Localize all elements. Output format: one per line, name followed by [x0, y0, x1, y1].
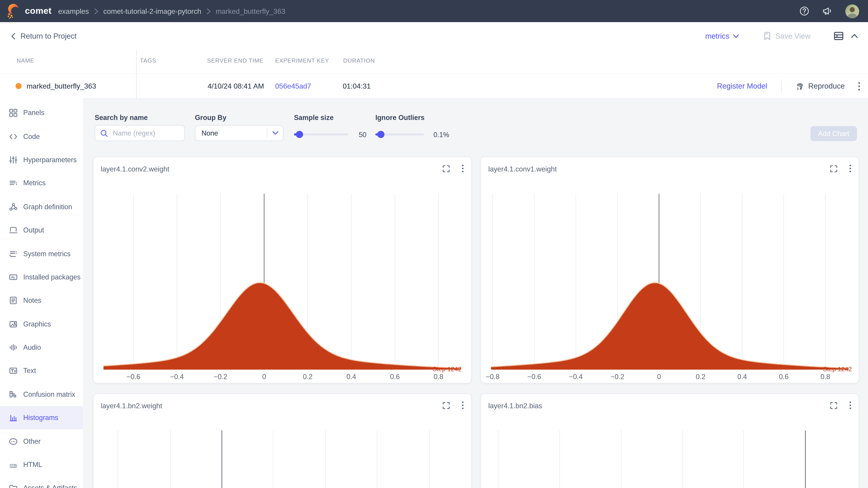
- sample-size-slider[interactable]: [294, 133, 348, 135]
- sidebar-item-label: Assets & Artifacts: [23, 484, 77, 488]
- reproduce-button[interactable]: Reproduce: [796, 82, 845, 90]
- hyperparameters-icon: [9, 156, 18, 164]
- column-header-server-end-time[interactable]: SERVER END TIME: [207, 57, 264, 64]
- collapse-table-icon[interactable]: [851, 34, 858, 38]
- sidebar-item-label: Notes: [23, 297, 41, 304]
- code-icon: [9, 132, 18, 141]
- ignore-outliers-slider[interactable]: [375, 133, 424, 135]
- sidebar-item-label: Hyperparameters: [23, 156, 77, 164]
- top-navbar: comet examples comet-tutorial-2-image-py…: [0, 0, 868, 22]
- ignore-outliers-slider-thumb[interactable]: [377, 131, 384, 138]
- register-model-button[interactable]: Register Model: [717, 82, 767, 90]
- sidebar-item-audio[interactable]: Audio: [0, 336, 83, 359]
- expand-chart-icon[interactable]: [442, 402, 450, 410]
- notes-icon: [9, 296, 18, 305]
- sidebar-item-hyperparameters[interactable]: Hyperparameters: [0, 148, 83, 172]
- sidebar-item-label: Installed packages: [23, 273, 81, 281]
- comet-flame-icon: [5, 3, 21, 19]
- graph-icon: [9, 202, 18, 211]
- chart-menu-icon[interactable]: [462, 164, 464, 173]
- output-icon: [9, 226, 18, 235]
- return-to-project-link[interactable]: Return to Project: [0, 32, 76, 40]
- table-layout-icon[interactable]: [834, 32, 844, 40]
- other-icon: [9, 437, 18, 446]
- expand-chart-icon[interactable]: [830, 402, 837, 410]
- sidebar-item-output[interactable]: Output: [0, 219, 83, 242]
- experiment-server-end-time: 4/10/24 08:41 AM: [208, 82, 264, 90]
- sidebar-item-label: Graphics: [23, 320, 51, 328]
- column-header-experiment-key[interactable]: EXPERIMENT KEY: [275, 57, 329, 64]
- sidebar-item-graph-definition[interactable]: Graph definition: [0, 195, 83, 219]
- search-input[interactable]: [112, 129, 178, 137]
- experiment-status-dot: [16, 83, 22, 89]
- view-selector-label: metrics: [705, 32, 730, 40]
- sidebar-item-text[interactable]: Text: [0, 359, 83, 383]
- save-view-label: Save View: [775, 32, 811, 40]
- toolbar-right: metrics Save View: [705, 32, 868, 40]
- experiment-key-link[interactable]: 056e45ad7: [275, 82, 311, 90]
- sidebar-item-installed-packages[interactable]: PyInstalled packages: [0, 265, 83, 289]
- sample-size-slider-thumb[interactable]: [296, 131, 303, 138]
- add-chart-button[interactable]: Add Chart: [810, 126, 857, 141]
- x-tick-label: −0.4: [170, 373, 184, 381]
- sidebar-item-histograms[interactable]: Histograms: [0, 406, 83, 430]
- sidebar-item-graphics[interactable]: Graphics: [0, 312, 83, 336]
- chart-title: layer4.1.conv1.weight: [488, 165, 557, 173]
- column-header-name[interactable]: NAME: [17, 57, 34, 64]
- sidebar-item-panels[interactable]: Panels: [0, 101, 83, 125]
- return-to-project-label: Return to Project: [21, 32, 76, 40]
- expand-chart-icon[interactable]: [830, 165, 837, 173]
- column-header-tags[interactable]: TAGS: [140, 57, 156, 64]
- system-metrics-icon: [9, 249, 18, 258]
- x-tick-label: 0.2: [696, 373, 706, 381]
- fingerprint-icon: [796, 82, 804, 90]
- sidebar-item-assets-artifacts[interactable]: Assets & Artifacts: [0, 477, 83, 488]
- comet-logo[interactable]: comet: [0, 3, 58, 19]
- svg-text:HTML: HTML: [10, 463, 18, 466]
- sidebar-item-notes[interactable]: Notes: [0, 289, 83, 313]
- search-by-name-label: Search by name: [95, 114, 148, 122]
- expand-chart-icon[interactable]: [442, 165, 450, 173]
- distribution-area: [491, 283, 848, 369]
- breadcrumb-workspace[interactable]: examples: [58, 7, 89, 15]
- x-tick-label: 0: [657, 373, 661, 381]
- app-window: comet examples comet-tutorial-2-image-py…: [0, 0, 868, 488]
- sidebar-item-system-metrics[interactable]: System metrics: [0, 242, 83, 265]
- text-icon: [9, 366, 18, 375]
- sidebar-item-other[interactable]: Other: [0, 430, 83, 453]
- chart-title: layer4.1.conv2.weight: [101, 165, 169, 173]
- histograms-icon: [9, 414, 18, 422]
- chart-menu-icon[interactable]: [849, 164, 851, 173]
- histogram-card-conv1-weight: −0.8−0.6−0.4−0.200.20.40.60.8Step 1242 l…: [480, 157, 859, 383]
- chart-title: layer4.1.bn2.weight: [101, 402, 162, 410]
- chart-menu-icon[interactable]: [849, 401, 851, 410]
- metrics-icon: [9, 179, 18, 188]
- sidebar-item-code[interactable]: Code: [0, 125, 83, 148]
- sample-size-label: Sample size: [294, 114, 333, 122]
- view-selector-dropdown[interactable]: metrics: [705, 32, 739, 40]
- sidebar-item-metrics[interactable]: Metrics: [0, 172, 83, 195]
- experiment-name: marked_butterfly_363: [27, 82, 96, 90]
- sidebar-item-html[interactable]: HTMLHTML: [0, 453, 83, 477]
- experiment-duration: 01:04:31: [343, 82, 371, 90]
- group-by-value: None: [195, 129, 267, 137]
- user-avatar[interactable]: [845, 4, 859, 18]
- assets-icon: [9, 484, 18, 488]
- breadcrumb-experiment: marked_butterfly_363: [216, 7, 285, 15]
- group-by-select[interactable]: None: [195, 125, 283, 141]
- histogram-plot: −0.8−0.6−0.4−0.200.20.40.60.8Step 1242: [481, 157, 859, 384]
- experiment-row[interactable]: marked_butterfly_363 4/10/24 08:41 AM 05…: [0, 74, 868, 99]
- sidebar-item-confusion-matrix[interactable]: Confusion matrix: [0, 383, 83, 406]
- histogram-card-bn2-weight: layer4.1.bn2.weight: [93, 393, 471, 488]
- announcements-icon[interactable]: [822, 6, 833, 16]
- chart-menu-icon[interactable]: [462, 401, 464, 410]
- chevron-right-icon: [94, 8, 98, 14]
- breadcrumb-project[interactable]: comet-tutorial-2-image-pytorch: [103, 7, 202, 15]
- help-icon[interactable]: [799, 6, 809, 16]
- search-icon: [100, 129, 108, 137]
- sidebar-item-label: Code: [23, 133, 40, 140]
- save-view-button[interactable]: Save View: [764, 32, 810, 40]
- row-menu-icon[interactable]: [858, 82, 860, 90]
- experiment-row-actions: Register Model Reproduce: [717, 74, 868, 98]
- column-header-duration[interactable]: DURATION: [343, 57, 375, 64]
